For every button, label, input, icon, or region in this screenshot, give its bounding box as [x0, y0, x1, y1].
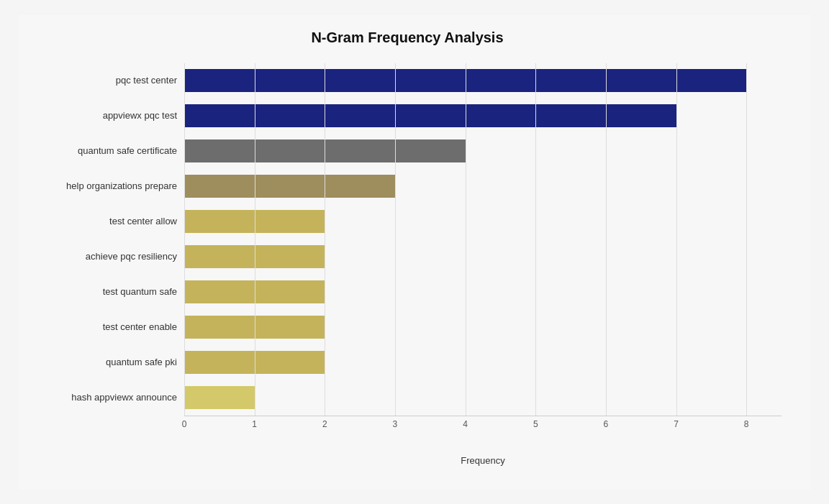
bar [184, 245, 325, 268]
x-tick: 6 [604, 419, 609, 429]
x-tick: 1 [252, 419, 257, 429]
y-label: pqc test center [116, 75, 177, 86]
x-axis-label: Frequency [461, 455, 504, 466]
x-tick: 0 [182, 419, 187, 429]
y-label: test center allow [109, 216, 177, 227]
y-label: appviewx pqc test [103, 110, 177, 122]
y-label: achieve pqc resiliency [86, 251, 177, 262]
chart-area: pqc test centerappviewx pqc testquantum … [33, 63, 782, 437]
bar [184, 351, 325, 374]
bar-row [184, 384, 782, 411]
bar [184, 386, 255, 409]
y-label: help organizations prepare [66, 180, 177, 192]
plot-area: Frequency 012345678 [184, 63, 782, 437]
bar [184, 139, 466, 162]
bar [184, 104, 676, 127]
y-label: hash appviewx announce [71, 392, 177, 403]
x-tick: 3 [393, 419, 398, 429]
chart-title: N-Gram Frequency Analysis [33, 29, 782, 46]
y-label: quantum safe certificate [78, 145, 177, 157]
chart-container: N-Gram Frequency Analysis pqc test cente… [19, 15, 810, 490]
bar [184, 316, 325, 339]
x-tick: 7 [674, 419, 679, 429]
x-tick: 4 [463, 419, 468, 429]
y-axis: pqc test centerappviewx pqc testquantum … [33, 63, 184, 437]
bar [184, 280, 325, 303]
bar-row [184, 313, 782, 341]
bar-row [184, 349, 782, 376]
x-tick: 5 [533, 419, 538, 429]
y-label: test quantum safe [103, 286, 177, 298]
x-tick: 2 [322, 419, 327, 429]
bar-row [184, 102, 782, 129]
bar-row [184, 137, 782, 165]
y-label: quantum safe pki [106, 357, 177, 368]
y-label: test center enable [103, 321, 177, 333]
bars-wrapper [184, 63, 782, 437]
bar-row [184, 278, 782, 306]
x-tick: 8 [744, 419, 749, 429]
bar-row [184, 208, 782, 235]
x-axis: Frequency 012345678 [184, 416, 782, 437]
bar-row [184, 173, 782, 200]
bar-row [184, 67, 782, 94]
bar-row [184, 243, 782, 270]
bar [184, 69, 746, 92]
bar [184, 210, 325, 233]
bar [184, 175, 395, 198]
